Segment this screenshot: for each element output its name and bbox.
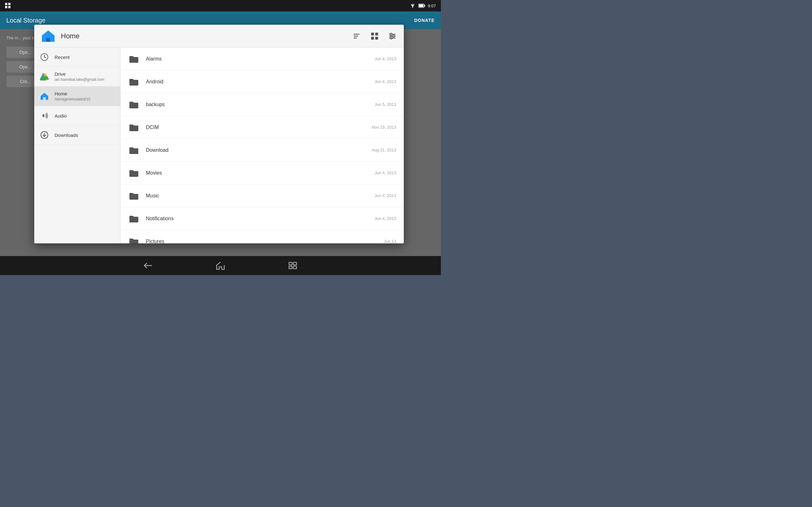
recents-nav-button[interactable] bbox=[285, 260, 300, 271]
file-item[interactable]: Alarms Jun 4, 2013 bbox=[120, 48, 404, 70]
file-date: Jun 13 bbox=[384, 239, 396, 243]
status-bar-left bbox=[5, 3, 11, 9]
svg-point-4 bbox=[412, 7, 413, 8]
svg-rect-15 bbox=[371, 37, 374, 40]
file-list: Alarms Jun 4, 2013 Android Jun 4, 2013 b… bbox=[120, 48, 404, 243]
sort-button[interactable] bbox=[352, 31, 362, 41]
home-header-icon bbox=[41, 29, 56, 44]
svg-rect-13 bbox=[371, 33, 374, 36]
folder-icon bbox=[128, 167, 140, 179]
dialog-header-actions bbox=[352, 31, 397, 41]
svg-rect-37 bbox=[293, 262, 297, 265]
svg-rect-38 bbox=[289, 266, 292, 269]
dialog-header: Home bbox=[34, 25, 404, 48]
svg-rect-1 bbox=[8, 3, 10, 5]
battery-icon bbox=[418, 3, 425, 8]
file-name: backups bbox=[146, 102, 374, 107]
back-button[interactable] bbox=[141, 260, 156, 271]
svg-rect-6 bbox=[424, 5, 425, 7]
dialog-title: Home bbox=[61, 32, 80, 40]
svg-rect-16 bbox=[375, 37, 378, 40]
file-name: Download bbox=[146, 147, 372, 153]
sidebar: Recent bbox=[34, 48, 120, 243]
status-bar: 9:07 bbox=[0, 0, 441, 11]
file-name: Notifications bbox=[146, 216, 374, 222]
svg-point-21 bbox=[393, 35, 395, 37]
home-nav-button[interactable] bbox=[213, 260, 228, 271]
folder-icon bbox=[128, 236, 140, 244]
svg-marker-30 bbox=[40, 76, 49, 79]
sidebar-item-drive[interactable]: Drive ian.hannibal.lake@gmail.com bbox=[34, 67, 120, 87]
dialog-body: Recent bbox=[34, 48, 404, 243]
sidebar-drive-label: Drive bbox=[55, 71, 104, 77]
file-item[interactable]: Pictures Jun 13 bbox=[120, 230, 404, 243]
svg-rect-14 bbox=[375, 33, 378, 36]
sidebar-item-home[interactable]: Home /storage/emulated/10 bbox=[34, 87, 120, 106]
file-name: DCIM bbox=[146, 124, 372, 130]
svg-rect-36 bbox=[289, 262, 292, 265]
download-icon bbox=[39, 130, 49, 140]
sidebar-item-recent[interactable]: Recent bbox=[34, 48, 120, 67]
clock-display: 9:07 bbox=[428, 3, 436, 8]
folder-icon bbox=[128, 190, 140, 202]
grid-icon bbox=[5, 3, 11, 9]
sidebar-item-downloads[interactable]: Downloads bbox=[34, 125, 120, 145]
clock-icon bbox=[39, 52, 49, 62]
file-item[interactable]: backups Jun 5, 2013 bbox=[120, 93, 404, 116]
svg-rect-32 bbox=[43, 114, 44, 117]
grid-view-button[interactable] bbox=[369, 31, 380, 41]
audio-icon bbox=[39, 111, 49, 121]
filter-button[interactable] bbox=[387, 31, 397, 41]
file-name: Android bbox=[146, 79, 374, 84]
file-item[interactable]: Music Jun 4, 2013 bbox=[120, 184, 404, 207]
file-name: Alarms bbox=[146, 56, 374, 62]
folder-icon bbox=[128, 213, 140, 224]
svg-rect-2 bbox=[5, 6, 7, 8]
sidebar-recent-label: Recent bbox=[55, 55, 70, 60]
sidebar-home-sublabel: /storage/emulated/10 bbox=[55, 97, 90, 101]
svg-marker-31 bbox=[41, 93, 48, 100]
folder-icon bbox=[128, 145, 140, 156]
folder-icon bbox=[128, 122, 140, 133]
app-title: Local Storage bbox=[6, 17, 45, 24]
file-date: Aug 21, 2013 bbox=[372, 148, 396, 153]
dialog-header-left: Home bbox=[41, 29, 80, 44]
file-date: Jun 4, 2013 bbox=[374, 193, 396, 198]
file-date: Nov 19, 2013 bbox=[372, 125, 396, 130]
sidebar-drive-sublabel: ian.hannibal.lake@gmail.com bbox=[55, 77, 104, 82]
svg-point-20 bbox=[390, 33, 392, 35]
file-item[interactable]: Movies Jun 4, 2013 bbox=[120, 162, 404, 184]
file-date: Jun 4, 2013 bbox=[374, 170, 396, 175]
file-name: Pictures bbox=[146, 239, 384, 244]
folder-icon bbox=[128, 53, 140, 65]
file-date: Jun 4, 2013 bbox=[374, 56, 396, 61]
svg-rect-3 bbox=[8, 6, 10, 8]
home-sidebar-icon bbox=[39, 91, 49, 101]
sidebar-audio-label: Audio bbox=[55, 113, 67, 118]
file-item[interactable]: DCIM Nov 19, 2013 bbox=[120, 116, 404, 139]
svg-rect-0 bbox=[5, 3, 7, 5]
wifi-icon bbox=[409, 3, 416, 8]
svg-rect-39 bbox=[293, 266, 297, 269]
nav-bar bbox=[0, 256, 441, 275]
file-date: Jun 5, 2013 bbox=[374, 102, 396, 107]
file-picker-dialog: Home bbox=[34, 25, 404, 243]
file-name: Music bbox=[146, 193, 374, 199]
file-item[interactable]: Android Jun 4, 2013 bbox=[120, 70, 404, 93]
folder-icon bbox=[128, 99, 140, 110]
file-date: Jun 4, 2013 bbox=[374, 216, 396, 221]
status-bar-right: 9:07 bbox=[409, 3, 436, 8]
sidebar-home-label: Home bbox=[55, 91, 90, 96]
donate-button[interactable]: DONATE bbox=[414, 18, 435, 23]
sidebar-item-audio[interactable]: Audio bbox=[34, 106, 120, 125]
svg-rect-9 bbox=[46, 38, 50, 42]
folder-icon bbox=[128, 76, 140, 88]
file-name: Movies bbox=[146, 170, 374, 176]
svg-rect-7 bbox=[419, 4, 423, 7]
sidebar-downloads-label: Downloads bbox=[55, 132, 78, 138]
svg-point-22 bbox=[390, 37, 392, 39]
drive-icon bbox=[39, 72, 49, 82]
file-item[interactable]: Download Aug 21, 2013 bbox=[120, 139, 404, 162]
file-item[interactable]: Notifications Jun 4, 2013 bbox=[120, 207, 404, 230]
file-date: Jun 4, 2013 bbox=[374, 79, 396, 84]
